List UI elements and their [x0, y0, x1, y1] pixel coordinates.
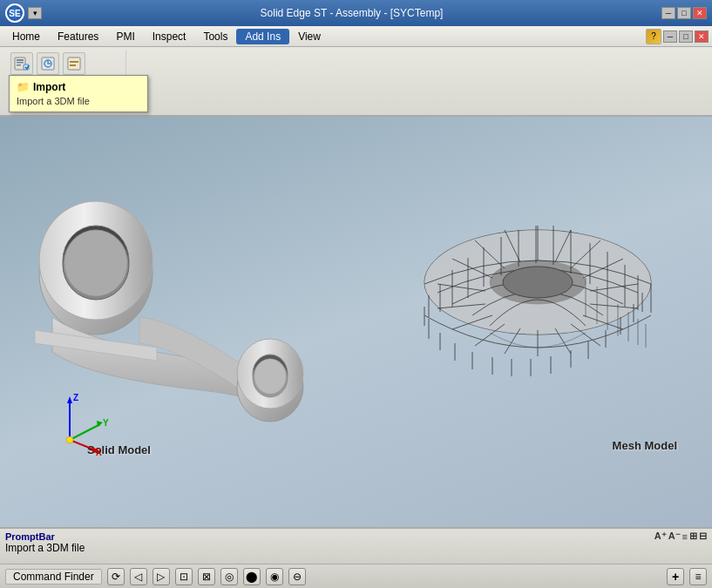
- viewport: Solid Model: [0, 117, 712, 527]
- cmd-ring-btn[interactable]: ◉: [266, 568, 283, 585]
- svg-text:Z: Z: [73, 393, 78, 402]
- app-container: SE ▾ Solid Edge ST - Assembly - [SYCTemp…: [0, 0, 712, 588]
- svg-point-72: [503, 267, 573, 298]
- svg-text:X: X: [96, 448, 102, 457]
- promptbar-icons: A⁺ A⁻ ≡ ⊞ ⊟: [654, 531, 707, 542]
- mesh-model-svg: [390, 160, 686, 456]
- menu-pmi[interactable]: PMI: [107, 29, 143, 44]
- quick-access-btn[interactable]: ▾: [28, 7, 42, 19]
- menu-view[interactable]: View: [289, 29, 329, 44]
- promptbar-title: PromptBar A⁺ A⁻ ≡ ⊞ ⊟: [0, 529, 712, 542]
- app-title: Solid Edge ST - Assembly - [SYCTemp]: [42, 7, 661, 19]
- svg-point-82: [66, 436, 73, 443]
- restore-btn[interactable]: □: [677, 7, 691, 19]
- svg-marker-77: [97, 421, 103, 427]
- svg-point-14: [64, 230, 127, 296]
- tooltip-title: 📁 Import: [17, 81, 140, 93]
- cmd-back-btn[interactable]: ◁: [130, 568, 147, 585]
- svg-rect-1: [17, 59, 24, 61]
- ribbon-close-btn[interactable]: ✕: [695, 30, 709, 43]
- menu-bar-right: ? ─ □ ✕: [646, 29, 709, 44]
- cmd-menu-btn[interactable]: ≡: [689, 568, 707, 585]
- svg-line-79: [70, 440, 96, 450]
- status-bar: PromptBar A⁺ A⁻ ≡ ⊞ ⊟ Import a 3DM file: [0, 527, 712, 564]
- pin-icon[interactable]: ⊟: [699, 531, 707, 542]
- cmd-box-btn[interactable]: ⊡: [175, 568, 193, 585]
- cmd-refresh-btn[interactable]: ⟳: [107, 568, 125, 585]
- svg-rect-7: [68, 57, 80, 70]
- ribbon-icons: [10, 52, 85, 75]
- cmd-forward-btn[interactable]: ▷: [153, 568, 170, 585]
- font-larger-icon[interactable]: A⁺: [654, 531, 667, 542]
- float-icon[interactable]: ⊞: [689, 531, 697, 542]
- cmd-cross-btn[interactable]: ⊠: [198, 568, 215, 585]
- cmd-circle-btn[interactable]: ◎: [220, 568, 238, 585]
- mesh-model-container: Mesh Model: [390, 160, 686, 456]
- tooltip-popup: 📁 Import Import a 3DM file: [9, 75, 148, 112]
- cmd-minus-btn[interactable]: ⊖: [288, 568, 306, 585]
- svg-rect-8: [70, 61, 78, 63]
- ribbon-icon-import[interactable]: [10, 52, 33, 75]
- svg-rect-2: [17, 62, 24, 64]
- ribbon-icon-secondary[interactable]: [37, 52, 59, 75]
- font-smaller-icon[interactable]: A⁻: [668, 531, 681, 542]
- command-bar: Command Finder ⟳ ◁ ▷ ⊡ ⊠ ◎ ⬤ ◉ ⊖ + ≡: [0, 564, 712, 588]
- menu-inspect[interactable]: Inspect: [144, 29, 195, 44]
- menu-tools[interactable]: Tools: [194, 29, 236, 44]
- tooltip-icon: 📁: [17, 81, 30, 93]
- cmd-plus-btn[interactable]: +: [667, 568, 684, 585]
- minimize-btn[interactable]: ─: [661, 7, 675, 19]
- svg-marker-74: [67, 396, 72, 403]
- command-finder-label[interactable]: Command Finder: [5, 569, 102, 585]
- svg-text:Y: Y: [103, 418, 109, 428]
- mesh-model-label: Mesh Model: [613, 439, 677, 452]
- ribbon-icon-tertiary[interactable]: [63, 52, 85, 75]
- title-bar-left: SE ▾: [5, 3, 42, 23]
- ribbon-restore-btn[interactable]: □: [679, 30, 693, 43]
- coordinate-axes: Z Y X: [44, 388, 113, 457]
- svg-rect-9: [70, 64, 76, 66]
- app-logo: SE: [5, 3, 24, 23]
- menu-addins[interactable]: Add Ins: [236, 29, 289, 44]
- svg-rect-3: [17, 64, 21, 66]
- tooltip-description: Import a 3DM file: [17, 96, 140, 106]
- close-btn[interactable]: ✕: [693, 7, 707, 19]
- svg-line-76: [70, 424, 100, 440]
- promptbar-text: Import a 3DM file: [0, 542, 712, 554]
- menu-home[interactable]: Home: [3, 29, 49, 44]
- help-icon[interactable]: ?: [646, 29, 661, 44]
- options-icon[interactable]: ≡: [682, 531, 688, 542]
- cmd-solid-btn[interactable]: ⬤: [243, 568, 261, 585]
- window-controls: ─ □ ✕: [661, 7, 707, 19]
- svg-point-19: [254, 359, 286, 394]
- ribbon-minimize-btn[interactable]: ─: [663, 30, 677, 43]
- menu-bar: Home Features PMI Inspect Tools Add Ins …: [0, 26, 712, 47]
- menu-features[interactable]: Features: [49, 29, 107, 44]
- title-bar: SE ▾ Solid Edge ST - Assembly - [SYCTemp…: [0, 0, 712, 26]
